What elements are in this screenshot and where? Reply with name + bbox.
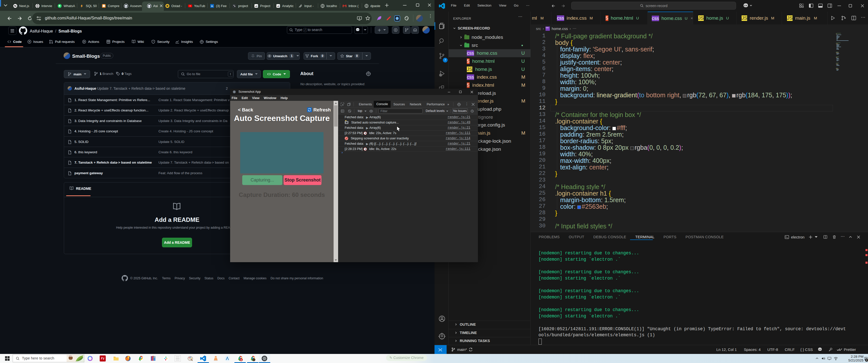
svg-text:v0: v0: [255, 5, 257, 7]
svg-text:S: S: [241, 359, 242, 361]
svg-text:in: in: [211, 5, 213, 7]
svg-text:v0: v0: [277, 5, 279, 7]
